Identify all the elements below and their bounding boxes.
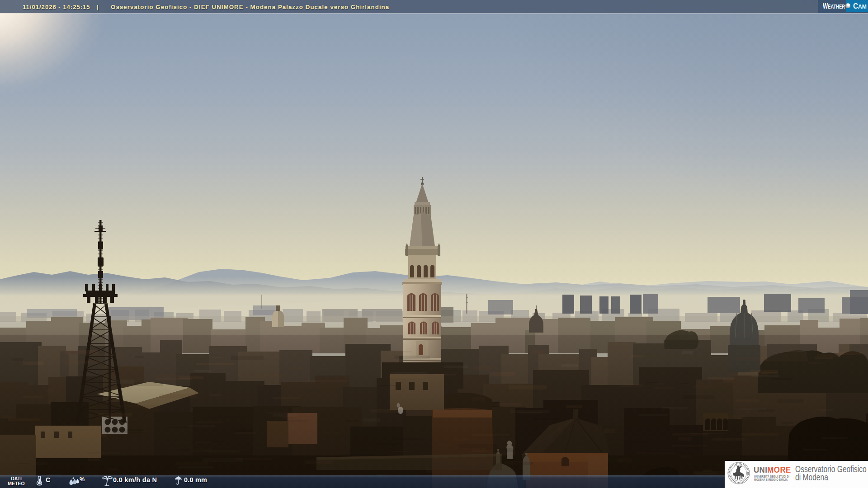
svg-text:1175: 1175 <box>737 481 741 483</box>
